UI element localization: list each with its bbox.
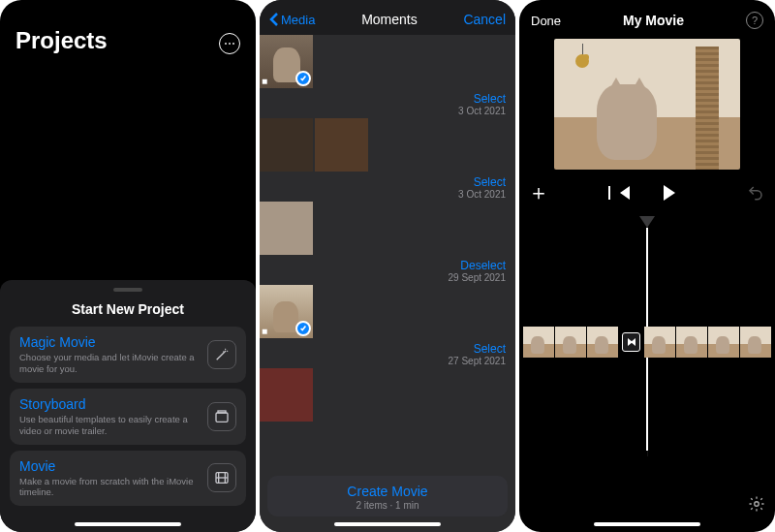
help-icon[interactable]: ? bbox=[746, 12, 763, 29]
moment-date: 29 Sept 2021 bbox=[449, 272, 507, 283]
select-toggle[interactable]: Select bbox=[474, 175, 506, 189]
undo-button[interactable] bbox=[744, 181, 767, 204]
create-movie-button[interactable]: Create Movie 2 items · 1 min bbox=[267, 476, 508, 516]
playback-controls: ＋ bbox=[527, 177, 767, 212]
media-thumbnail[interactable] bbox=[260, 368, 313, 422]
selected-check-icon bbox=[295, 71, 311, 86]
settings-icon[interactable] bbox=[748, 495, 765, 513]
moment-group: ■ Select 27 Sept 2021 bbox=[260, 285, 515, 368]
clip-track[interactable] bbox=[523, 327, 771, 358]
skip-back-button[interactable] bbox=[613, 181, 636, 204]
media-thumbnail[interactable]: ■ bbox=[260, 35, 313, 88]
moment-group: Select 3 Oct 2021 bbox=[260, 118, 515, 202]
projects-screen: Projects ⋯ No Projects Start New Project… bbox=[0, 0, 256, 532]
video-icon: ■ bbox=[262, 326, 267, 336]
header: Projects ⋯ bbox=[0, 0, 256, 64]
cancel-button[interactable]: Cancel bbox=[463, 12, 506, 27]
storyboard-icon bbox=[207, 402, 236, 431]
sheet-grabber[interactable] bbox=[113, 288, 142, 292]
moment-date: 3 Oct 2021 bbox=[458, 189, 506, 200]
wand-icon bbox=[207, 340, 236, 369]
moment-group: Deselect 29 Sept 2021 bbox=[260, 202, 515, 285]
option-desc: Choose your media and let iMovie create … bbox=[19, 352, 198, 375]
option-magic-movie[interactable]: Magic Movie Choose your media and let iM… bbox=[10, 327, 246, 383]
media-thumbnail[interactable] bbox=[315, 118, 368, 172]
option-movie[interactable]: Movie Make a movie from scratch with the… bbox=[10, 451, 246, 507]
option-name: Storyboard bbox=[19, 396, 198, 412]
done-button[interactable]: Done bbox=[531, 14, 561, 28]
editor-nav: Done My Movie ? bbox=[519, 0, 775, 35]
moment-group: ■ Select 3 Oct 2021 bbox=[260, 35, 515, 118]
media-thumbnail[interactable]: ■ bbox=[260, 285, 313, 338]
option-desc: Make a movie from scratch with the iMovi… bbox=[19, 476, 198, 499]
picker-title: Moments bbox=[361, 12, 418, 27]
home-indicator[interactable] bbox=[334, 522, 441, 526]
media-picker-screen: Media Moments Cancel ■ Select 3 Oct 2021 bbox=[260, 0, 515, 532]
media-thumbnail[interactable] bbox=[260, 118, 313, 172]
add-media-button[interactable]: ＋ bbox=[527, 181, 550, 204]
clip[interactable] bbox=[523, 327, 618, 358]
play-button[interactable] bbox=[658, 181, 681, 204]
select-toggle[interactable]: Select bbox=[474, 342, 506, 356]
movie-title: My Movie bbox=[623, 13, 684, 28]
nav-bar: Media Moments Cancel bbox=[260, 0, 515, 35]
preview-viewport[interactable] bbox=[554, 39, 740, 170]
moment-date: 3 Oct 2021 bbox=[458, 106, 506, 116]
home-indicator[interactable] bbox=[594, 522, 700, 526]
editor-screen: Done My Movie ? ＋ bbox=[519, 0, 775, 532]
moment-date: 27 Sept 2021 bbox=[449, 356, 507, 366]
home-indicator[interactable] bbox=[75, 522, 181, 526]
timeline[interactable] bbox=[523, 230, 771, 532]
sheet-title: Start New Project bbox=[0, 301, 256, 317]
clip[interactable] bbox=[644, 327, 771, 358]
transition-icon[interactable] bbox=[622, 332, 640, 352]
create-label: Create Movie bbox=[267, 484, 508, 499]
video-icon: ■ bbox=[262, 76, 267, 86]
film-icon bbox=[207, 463, 236, 492]
create-subtitle: 2 items · 1 min bbox=[267, 500, 508, 511]
selected-check-icon bbox=[295, 321, 311, 336]
media-thumbnail[interactable] bbox=[260, 202, 313, 255]
option-storyboard[interactable]: Storyboard Use beautiful templates to ea… bbox=[10, 389, 246, 445]
select-toggle[interactable]: Deselect bbox=[460, 259, 506, 272]
svg-rect-1 bbox=[218, 411, 226, 413]
option-name: Magic Movie bbox=[19, 334, 198, 350]
page-title: Projects bbox=[16, 27, 108, 54]
back-label: Media bbox=[281, 13, 315, 27]
select-toggle[interactable]: Select bbox=[474, 92, 506, 106]
more-icon[interactable]: ⋯ bbox=[219, 33, 240, 54]
new-project-sheet: Start New Project Magic Movie Choose you… bbox=[0, 280, 256, 532]
option-desc: Use beautiful templates to easily create… bbox=[19, 414, 198, 437]
moment-group bbox=[260, 368, 515, 422]
option-name: Movie bbox=[19, 458, 198, 474]
svg-rect-0 bbox=[216, 413, 228, 422]
back-button[interactable]: Media bbox=[269, 12, 315, 27]
moments-list[interactable]: ■ Select 3 Oct 2021 Select 3 Oct 2021 bbox=[260, 35, 515, 532]
svg-point-6 bbox=[755, 502, 760, 507]
